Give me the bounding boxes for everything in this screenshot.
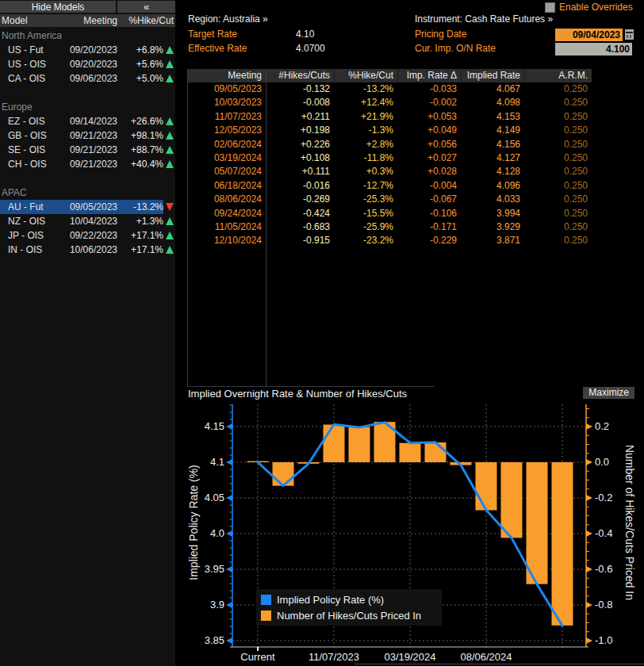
table-row[interactable]: 05/07/2024+0.111+0.3%+0.0284.1280.250	[188, 165, 592, 178]
table-cell: 4.153	[461, 110, 524, 124]
right-tick-arrow	[586, 495, 592, 501]
hikes-cuts-bar	[400, 443, 421, 462]
legend-item: Number of Hikes/Cuts Priced In	[261, 607, 437, 623]
table-cell: 10/03/2023	[188, 96, 266, 109]
table-cell: -0.132	[266, 82, 334, 96]
right-tick-arrow	[586, 423, 592, 430]
left-tick-arrow	[226, 530, 232, 537]
right-tick-label: -0.8	[595, 599, 612, 610]
sidebar-model-row[interactable]: AU - Fut09/05/2023-13.2%	[0, 200, 175, 214]
sidebar-model-row[interactable]: SE - OIS09/21/2023+88.7%	[0, 143, 175, 157]
table-cell: +0.053	[397, 110, 461, 124]
model-meeting-date: 10/06/2023	[70, 243, 117, 257]
model-meeting-date: 10/04/2023	[70, 214, 117, 228]
sidebar-column-header: Model Meeting %Hike/Cut	[0, 14, 175, 27]
table-row[interactable]: 06/18/2024-0.016-12.7%-0.0044.0960.250	[188, 179, 592, 193]
model-name: US - Fut	[8, 43, 44, 57]
x-tick-label: Current	[240, 651, 275, 663]
table-cell: +0.108	[266, 151, 334, 165]
table-cell: 0.250	[524, 234, 592, 247]
table-row[interactable]: 10/03/2023-0.008+12.4%-0.0024.0980.250	[188, 96, 592, 109]
pricing-date-input[interactable]: 09/04/2023	[555, 29, 623, 41]
table-row[interactable]: 08/06/2024-0.269-25.3%-0.0674.0330.250	[188, 193, 592, 206]
sidebar-model-row[interactable]: US - Fut09/20/2023+6.8%	[0, 43, 175, 57]
meetings-table-header: Meeting#Hikes/Cuts%Hike/CutImp. Rate ΔIm…	[188, 69, 592, 82]
sidebar-model-row[interactable]: CA - OIS09/06/2023+5.0%	[0, 71, 175, 86]
left-tick-label: 4.15	[205, 420, 224, 432]
table-cell: +0.111	[266, 165, 334, 178]
sidebar-model-row[interactable]: US - OIS09/20/2023+5.6%	[0, 57, 175, 71]
up-triangle-icon	[166, 232, 174, 239]
sidebar-section-label: APAC	[0, 186, 175, 200]
region-selector[interactable]: Region: Australia »	[188, 13, 268, 25]
hide-models-button[interactable]: Hide Models	[0, 1, 116, 13]
table-cell: +0.049	[397, 124, 461, 137]
model-hike-cut-value: +40.4%	[131, 157, 163, 171]
model-hike-cut-value: +5.0%	[136, 71, 163, 86]
sidebar-model-row[interactable]: IN - OIS10/06/2023+17.1%	[0, 243, 175, 257]
hikes-cuts-bar	[425, 442, 447, 462]
collapse-sidebar-button[interactable]: «	[117, 1, 175, 13]
up-triangle-icon	[166, 60, 174, 68]
model-name: AU - Fut	[8, 200, 44, 214]
model-name: JP - OIS	[8, 228, 44, 243]
left-tick-arrow	[226, 602, 232, 608]
x-tick-label: 08/06/2024	[460, 651, 512, 663]
table-cell: +0.226	[266, 138, 334, 151]
sidebar-model-row[interactable]: CH - OIS09/21/2023+40.4%	[0, 157, 175, 171]
left-tick-arrow	[226, 495, 232, 501]
table-cell: -0.067	[397, 193, 461, 206]
column-separator	[266, 69, 266, 386]
hikes-cuts-bar	[324, 425, 345, 462]
sidebar-section-label: Europe	[0, 100, 175, 114]
table-cell: +0.211	[266, 110, 334, 124]
table-row[interactable]: 03/19/2024+0.108-11.8%+0.0274.1270.250	[188, 151, 592, 165]
enable-overrides-label: Enable Overrides	[559, 2, 633, 13]
table-cell: 4.149	[461, 124, 524, 137]
table-cell: -0.016	[266, 179, 334, 193]
column-hike-cut: %Hike/Cut	[128, 14, 174, 27]
model-meeting-date: 09/05/2023	[70, 200, 117, 214]
legend-swatch-icon	[261, 595, 271, 605]
table-cell: -0.008	[266, 96, 334, 109]
down-triangle-icon	[166, 203, 174, 211]
table-cell: +0.027	[397, 151, 461, 165]
effective-rate-label: Effective Rate	[188, 43, 247, 54]
table-cell: -0.915	[266, 234, 334, 247]
table-row[interactable]: 09/24/2024-0.424-15.5%-0.1063.9940.250	[188, 207, 592, 220]
section-spacer	[0, 171, 175, 186]
model-hike-cut-value: -13.2%	[133, 200, 163, 214]
table-cell: -23.2%	[334, 234, 397, 247]
table-cell: 0.250	[524, 124, 592, 137]
hikes-cuts-bar	[552, 462, 573, 626]
table-row[interactable]: 11/05/2024-0.683-25.9%-0.1713.9290.250	[188, 220, 592, 234]
model-hike-cut-value: +26.6%	[131, 114, 163, 128]
sidebar-model-row[interactable]: GB - OIS09/21/2023+98.1%	[0, 128, 175, 143]
left-tick-label: 3.95	[205, 563, 224, 575]
table-row[interactable]: 12/05/2023+0.198-1.3%+0.0494.1490.250	[188, 124, 592, 137]
enable-overrides[interactable]: Enable Overrides	[545, 2, 633, 13]
right-tick-label: 0.0	[595, 456, 609, 468]
up-triangle-icon	[166, 132, 174, 140]
table-row[interactable]: 11/07/2023+0.211+21.9%+0.0534.1530.250	[188, 110, 592, 124]
table-row[interactable]: 09/05/2023-0.132-13.2%-0.0334.0670.250	[188, 82, 592, 96]
up-triangle-icon	[166, 117, 174, 125]
effective-rate-value: 4.0700	[296, 43, 325, 54]
table-cell: 09/24/2024	[188, 207, 266, 220]
sidebar-model-row[interactable]: NZ - OIS10/04/2023+1.3%	[0, 214, 175, 228]
table-cell: 09/05/2023	[188, 82, 266, 96]
instrument-selector[interactable]: Instrument: Cash Rate Futures »	[415, 13, 553, 25]
cur-imp-rate-field[interactable]: 4.100	[555, 43, 632, 56]
model-name: CA - OIS	[8, 71, 45, 86]
table-row[interactable]: 02/06/2024+0.226+2.8%+0.0564.1560.250	[188, 138, 592, 151]
calendar-icon[interactable]	[624, 29, 634, 40]
table-cell: 03/19/2024	[188, 151, 266, 165]
sidebar-model-row[interactable]: EZ - OIS09/14/2023+26.6%	[0, 114, 175, 128]
enable-overrides-checkbox[interactable]	[545, 2, 555, 13]
left-tick-label: 4.0	[210, 527, 224, 539]
table-cell: 3.929	[461, 220, 524, 234]
table-row[interactable]: 12/10/2024-0.915-23.2%-0.2293.8710.250	[188, 234, 592, 247]
table-cell: -0.106	[397, 207, 461, 220]
sidebar-model-row[interactable]: JP - OIS09/22/2023+17.1%	[0, 228, 175, 243]
hikes-cuts-bar	[349, 427, 370, 462]
